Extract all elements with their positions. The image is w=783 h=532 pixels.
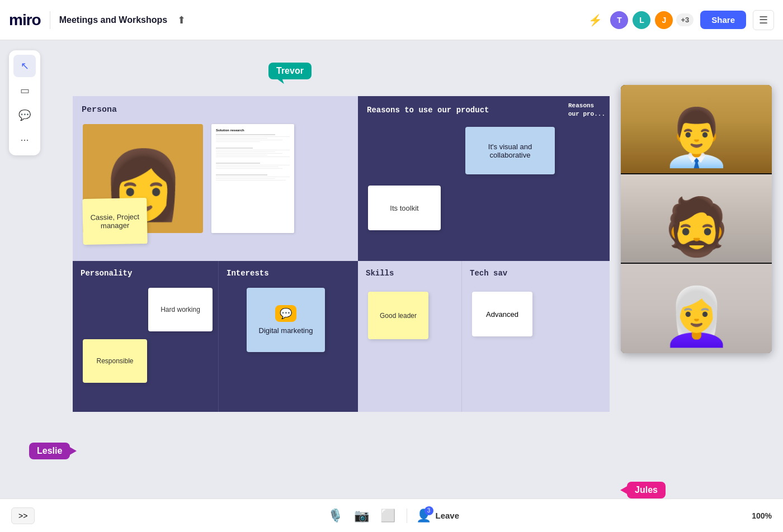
leave-button[interactable]: Leave (436, 511, 460, 520)
video-tile-3: 👩‍🦳 (621, 264, 772, 353)
screen-share-button[interactable]: ⬜ (380, 509, 395, 523)
bottom-center: 🎙️ 📷 ⬜ 👤 3 Leave (328, 509, 460, 523)
header-divider (50, 11, 50, 29)
digital-marketing-sticky: 💬 Digital marketing (247, 288, 325, 352)
interests-section: Interests 💬 Digital marketing (218, 261, 358, 412)
avatar-2[interactable]: L (631, 10, 652, 30)
reasons-title: Reasons to use our product (367, 105, 556, 116)
header: miro Meetings and Workshops ⬆ ⚡ T L J +3… (0, 0, 783, 40)
zoom-level: 100% (752, 511, 772, 520)
jules-cursor-label: Jules (627, 482, 666, 498)
skills-section: Skills Good leader (358, 261, 461, 412)
avatar-3[interactable]: J (654, 10, 674, 30)
cassie-sticky: Cassie, Project manager (82, 198, 147, 245)
toolbar: ↖ ▭ 💬 ··· (9, 50, 40, 155)
people-button[interactable]: 👤 3 (416, 509, 431, 523)
toolkit-sticky: Its toolkit (368, 186, 441, 230)
miro-logo: miro (9, 11, 41, 29)
personality-section: Personality Hard working Responsible (73, 261, 218, 412)
sticky-tool[interactable]: ▭ (13, 79, 36, 102)
hardworking-sticky: Hard working (148, 288, 213, 331)
screen-icon: ⬜ (380, 509, 395, 522)
bottom-left: >> (11, 507, 35, 524)
share-button[interactable]: Share (700, 11, 746, 29)
tech-section: Tech sav Advanced (461, 261, 562, 412)
more-tools[interactable]: ··· (13, 129, 36, 151)
personality-title: Personality (81, 269, 210, 278)
reasons-section: Reasons to use our product It's visual a… (358, 96, 565, 261)
collaborators: T L J +3 (609, 10, 694, 30)
mic-icon: 🎙️ (328, 509, 343, 522)
upload-button[interactable]: ⬆ (174, 11, 189, 30)
leslie-cursor-label: Leslie (29, 443, 70, 459)
canvas: Trevor Leslie Jules Persona 👩 Solution r… (0, 40, 783, 532)
video-tile-2: 🧔 (621, 174, 772, 264)
cursor-tool[interactable]: ↖ (13, 55, 36, 77)
video-tile-1: 👨‍💼 (621, 85, 772, 174)
mic-button[interactable]: 🎙️ (328, 509, 343, 523)
doc-title: Solution research (216, 129, 290, 132)
chat-icon: 💬 (275, 305, 296, 322)
tech-title: Tech sav (470, 269, 554, 278)
comment-tool[interactable]: 💬 (13, 104, 36, 126)
persona-section: Persona 👩 Solution research (73, 96, 358, 261)
video-button[interactable]: 📷 (354, 509, 369, 523)
collapse-button[interactable]: >> (11, 507, 35, 524)
reasons-partial-title: Reasons our pro... (568, 102, 606, 119)
responsible-sticky: Responsible (83, 339, 147, 383)
avatar-1[interactable]: T (609, 10, 629, 30)
visual-sticky: It's visual and collaborative (465, 127, 555, 174)
menu-button[interactable]: ☰ (753, 10, 774, 30)
avatar-count: +3 (676, 13, 694, 26)
leave-section: 👤 3 Leave (407, 509, 460, 523)
notification-badge: 3 (424, 506, 433, 515)
persona-title: Persona (82, 105, 349, 115)
video-panel: 👨‍💼 🧔 👩‍🦳 (621, 85, 772, 353)
reasons-partial-section: Reasons our pro... (565, 96, 610, 261)
tech-partial-section (562, 261, 610, 412)
bottom-bar: >> 🎙️ 📷 ⬜ 👤 3 Leave 100% (0, 498, 783, 532)
document-preview: Solution research (211, 124, 294, 233)
video-icon: 📷 (354, 509, 369, 522)
good-leader-sticky: Good leader (368, 292, 428, 339)
board-title: Meetings and Workshops (59, 15, 168, 25)
skills-title: Skills (366, 269, 454, 278)
filter-icon: ⚡ (588, 13, 602, 27)
advanced-sticky: Advanced (472, 292, 532, 336)
interests-title: Interests (227, 269, 350, 278)
trevor-cursor-label: Trevor (268, 63, 312, 79)
